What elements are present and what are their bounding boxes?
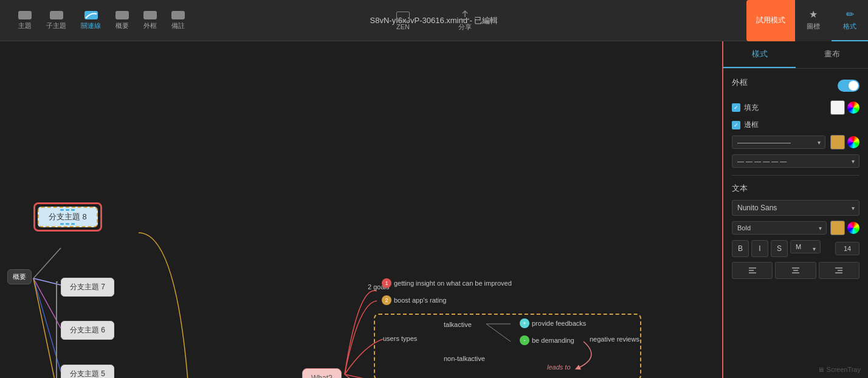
dash-style-select-wrapper[interactable]: — — — — — — - - - - - - - bbox=[732, 154, 859, 168]
italic-button[interactable]: I bbox=[751, 240, 768, 257]
subtheme-icon bbox=[50, 11, 63, 19]
border-row: ✓ 邊框 bbox=[732, 120, 859, 130]
font-weight-select-wrapper[interactable]: Bold Regular Light bbox=[732, 221, 827, 235]
canvas-area[interactable]: 概要 分支主題 8 分支主題 7 bbox=[0, 41, 722, 378]
text-style-row: B I S M bbox=[732, 240, 859, 257]
text-more-select[interactable]: M bbox=[790, 240, 821, 253]
toolbar-item-zen[interactable]: ZEN bbox=[390, 8, 416, 34]
section-divider bbox=[732, 175, 859, 176]
border-color-group bbox=[830, 135, 859, 149]
style-buttons: B I S M bbox=[732, 240, 821, 257]
node-branch7[interactable]: 分支主題 7 bbox=[61, 278, 114, 297]
panel-tab-style[interactable]: 樣式 bbox=[723, 41, 796, 68]
toolbar-label-frame: 外框 bbox=[143, 21, 157, 30]
share-icon bbox=[460, 10, 470, 21]
text-more-select-wrapper[interactable]: M bbox=[790, 240, 821, 257]
svg-line-0 bbox=[33, 248, 61, 278]
node-branch8[interactable]: 分支主題 8 bbox=[33, 202, 102, 232]
panel-tab-canvas[interactable]: 畫布 bbox=[796, 41, 868, 68]
top-bar: 主題 子主題 關連線 概要 外框 備註 S8vN-yI6xJvP-30616 bbox=[0, 0, 868, 41]
toolbar-item-subtheme[interactable]: 子主題 bbox=[40, 7, 72, 34]
font-weight-select[interactable]: Bold Regular Light bbox=[732, 221, 827, 235]
toolbar-item-share[interactable]: 分享 bbox=[452, 6, 478, 35]
fill-row: ✓ 填充 bbox=[732, 100, 859, 115]
toolbar-label-zen: ZEN bbox=[396, 23, 410, 30]
font-weight-row: Bold Regular Light bbox=[732, 221, 859, 235]
fill-color-circle[interactable] bbox=[847, 101, 859, 114]
fill-checkbox[interactable]: ✓ bbox=[732, 103, 740, 112]
border-label: 邊框 bbox=[744, 120, 759, 130]
bracket-line bbox=[56, 281, 58, 378]
panel-tabs: 樣式 畫布 bbox=[723, 41, 868, 69]
screentray-logo: 🖥 ScreenTray bbox=[818, 366, 861, 373]
text-section-title: 文本 bbox=[732, 183, 859, 194]
toolbar-label-outline: 概要 bbox=[115, 21, 129, 30]
tab-bookmark[interactable]: ★ 圖標 bbox=[795, 0, 832, 41]
toolbar-right: 試用模式 ★ 圖標 ✏ 格式 bbox=[746, 0, 868, 41]
frame-icon bbox=[143, 11, 157, 19]
node-overview[interactable]: 概要 bbox=[7, 269, 32, 284]
toolbar-item-frame[interactable]: 外框 bbox=[137, 7, 163, 34]
tab-format-label: 格式 bbox=[843, 22, 856, 31]
font-select-row: Nunito Sans bbox=[732, 200, 859, 216]
toolbar-label-theme: 主題 bbox=[18, 21, 32, 30]
line-style-select-wrapper[interactable]: ———————— - - - - - - bbox=[732, 136, 825, 149]
text-goal1: 1 getting insight on what can be improve… bbox=[382, 278, 512, 288]
format-icon: ✏ bbox=[846, 9, 854, 20]
node-branch5[interactable]: 分支主題 5 bbox=[61, 365, 114, 378]
text-color-circle[interactable] bbox=[847, 222, 859, 234]
toolbar-item-note[interactable]: 備註 bbox=[165, 7, 191, 34]
text-leads-to: leads to bbox=[547, 363, 571, 371]
toolbar-left: 主題 子主題 關連線 概要 外框 備註 bbox=[0, 7, 191, 34]
dash-style-select[interactable]: — — — — — — - - - - - - - bbox=[732, 154, 859, 168]
text-provide-feedbacks: + provide feedbacks bbox=[520, 318, 586, 328]
connection-icon bbox=[84, 11, 98, 19]
font-select[interactable]: Nunito Sans bbox=[732, 200, 859, 216]
main-area: 概要 分支主題 8 分支主題 7 bbox=[0, 41, 868, 378]
tab-format[interactable]: ✏ 格式 bbox=[832, 0, 868, 41]
toolbar-center: ZEN 分享 bbox=[390, 0, 478, 41]
text-be-demanding: - be demanding bbox=[520, 335, 574, 345]
text-talkactive: talkactive bbox=[444, 321, 472, 328]
border-checkbox[interactable]: ✓ bbox=[732, 121, 740, 129]
border-toggle[interactable] bbox=[838, 80, 859, 92]
text-users-types: users types bbox=[383, 335, 417, 342]
align-center-button[interactable] bbox=[775, 262, 816, 279]
green-circle-icon: - bbox=[520, 335, 529, 345]
font-size-input[interactable] bbox=[835, 242, 859, 255]
theme-icon bbox=[18, 11, 32, 19]
panel-content: 外框 ✓ 填充 ✓ 邊框 ———————— bbox=[723, 69, 868, 378]
fill-color-swatch[interactable] bbox=[830, 100, 845, 115]
toolbar-label-connection: 關連線 bbox=[81, 21, 101, 30]
border-color-swatch[interactable] bbox=[830, 135, 845, 149]
toolbar-label-note: 備註 bbox=[171, 21, 185, 30]
border-color-circle[interactable] bbox=[847, 136, 859, 148]
toolbar-item-connection[interactable]: 關連線 bbox=[75, 7, 107, 34]
trial-button[interactable]: 試用模式 bbox=[746, 0, 795, 41]
font-select-wrapper[interactable]: Nunito Sans bbox=[732, 200, 859, 216]
cyan-circle-icon: + bbox=[520, 318, 529, 328]
border-title: 外框 bbox=[732, 77, 748, 88]
align-right-button[interactable] bbox=[819, 262, 859, 279]
text-goal2: 2 boost app's rating bbox=[382, 295, 447, 305]
align-left-button[interactable] bbox=[732, 262, 773, 279]
bold-button[interactable]: B bbox=[732, 240, 749, 257]
zen-icon bbox=[396, 12, 410, 21]
text-non-talkactive: non-talkactive bbox=[444, 355, 485, 362]
toolbar-label-share: 分享 bbox=[458, 22, 472, 32]
strikethrough-button[interactable]: S bbox=[771, 240, 788, 257]
line-style-select[interactable]: ———————— - - - - - - bbox=[732, 136, 825, 149]
tab-bookmark-label: 圖標 bbox=[807, 22, 820, 31]
node-branch6[interactable]: 分支主題 6 bbox=[61, 321, 114, 340]
toolbar-item-outline[interactable]: 概要 bbox=[109, 7, 135, 34]
fill-label: 填充 bbox=[744, 103, 759, 113]
text-color-group bbox=[830, 221, 859, 235]
node-what[interactable]: What? bbox=[302, 368, 342, 378]
text-color-swatch[interactable] bbox=[830, 221, 845, 235]
toolbar-item-theme[interactable]: 主題 bbox=[12, 7, 38, 34]
align-buttons bbox=[732, 262, 859, 279]
text-negative-reviews: negative reviews bbox=[590, 335, 639, 343]
fill-color-group bbox=[830, 100, 859, 115]
outline-icon bbox=[115, 11, 129, 19]
border-section-header: 外框 bbox=[732, 77, 859, 94]
